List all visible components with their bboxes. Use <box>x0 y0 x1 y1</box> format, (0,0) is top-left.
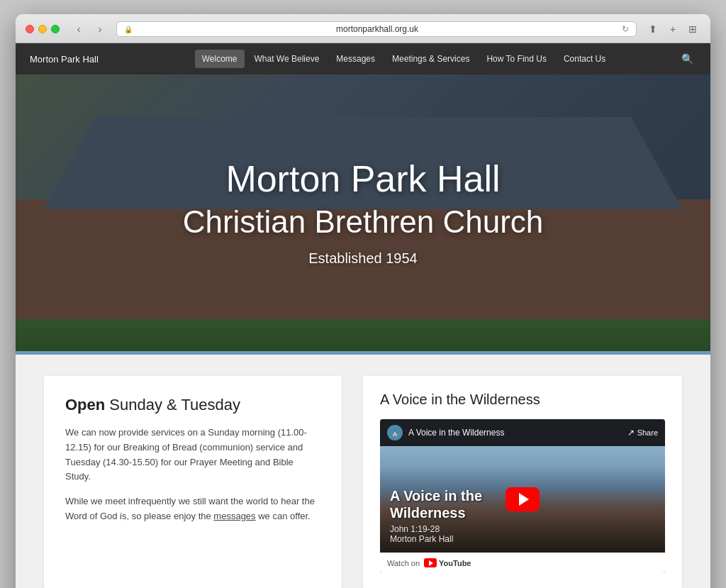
nav-item-meetings[interactable]: Meetings & Services <box>385 50 476 68</box>
tabs-button[interactable]: ⊞ <box>685 21 700 37</box>
nav-links: Welcome What We Believe Messages Meeting… <box>129 50 678 68</box>
nav-link-welcome[interactable]: Welcome <box>195 50 245 68</box>
play-button[interactable] <box>506 487 540 511</box>
share-button[interactable]: ↗ Share <box>627 428 658 438</box>
lock-icon: 🔒 <box>124 26 133 33</box>
hero-established: Established 1954 <box>308 250 417 267</box>
browser-controls: ‹ › <box>71 21 108 37</box>
content-right-panel: A Voice in the Wilderness ⛪ A Voice in t… <box>363 376 682 588</box>
maximize-button[interactable] <box>51 25 60 33</box>
video-thumbnail[interactable]: ⛪ A Voice in the Wilderness ↗ Share <box>380 419 665 573</box>
youtube-logo: YouTube <box>424 558 471 567</box>
nav-item-contact[interactable]: Contact Us <box>557 50 613 68</box>
nav-item-believe[interactable]: What We Believe <box>247 50 327 68</box>
content-left-panel: Open Sunday & Tuesday We can now provide… <box>44 376 342 588</box>
reload-icon[interactable]: ↻ <box>622 24 629 34</box>
address-bar[interactable]: 🔒 mortonparkhall.org.uk ↻ <box>116 21 637 37</box>
minimize-button[interactable] <box>38 25 47 33</box>
nav-link-meetings[interactable]: Meetings & Services <box>385 50 476 68</box>
search-icon[interactable]: 🔍 <box>678 50 696 67</box>
url-text[interactable]: mortonparkhall.org.uk <box>137 24 618 34</box>
channel-name: A Voice in the Wilderness <box>408 428 504 438</box>
video-header: ⛪ A Voice in the Wilderness ↗ Share <box>380 419 665 446</box>
video-footer: Watch on YouTube <box>380 553 665 573</box>
nav-item-find-us[interactable]: How To Find Us <box>479 50 553 68</box>
share-arrow-icon: ↗ <box>627 428 635 438</box>
open-title: Open Sunday & Tuesday <box>65 396 320 414</box>
youtube-icon <box>424 558 437 567</box>
youtube-text: YouTube <box>439 559 471 567</box>
watch-on-label: Watch on <box>387 559 420 567</box>
close-button[interactable] <box>26 25 34 33</box>
website-content: Morton Park Hall Welcome What We Believe… <box>16 43 710 588</box>
hero-title-line1: Morton Park Hall <box>225 159 500 199</box>
video-main-area[interactable]: A Voice in the Wilderness John 1:19-28 M… <box>380 446 665 553</box>
open-days: Sunday & Tuesday <box>109 396 240 414</box>
hero-section: Morton Park Hall Christian Brethren Chur… <box>16 74 710 351</box>
browser-right-controls: ⬆ + ⊞ <box>645 21 700 37</box>
content-section: Open Sunday & Tuesday We can now provide… <box>16 355 710 588</box>
share-button[interactable]: ⬆ <box>645 21 661 37</box>
nav-link-believe[interactable]: What We Believe <box>247 50 327 68</box>
site-logo: Morton Park Hall <box>30 54 129 65</box>
open-bold: Open <box>65 396 105 414</box>
open-para1: We can now provide services on a Sunday … <box>65 426 320 484</box>
forward-button[interactable]: › <box>92 21 108 37</box>
nav-link-find-us[interactable]: How To Find Us <box>479 50 553 68</box>
share-label: Share <box>637 428 658 437</box>
new-tab-button[interactable]: + <box>665 21 681 37</box>
video-header-left: ⛪ A Voice in the Wilderness <box>387 425 504 440</box>
hero-text-block: Morton Park Hall Christian Brethren Chur… <box>16 74 710 351</box>
browser-window: ‹ › 🔒 mortonparkhall.org.uk ↻ ⬆ + ⊞ Mort… <box>16 14 710 588</box>
messages-link[interactable]: messages <box>213 511 255 521</box>
nav-link-contact[interactable]: Contact Us <box>557 50 613 68</box>
nav-link-messages[interactable]: Messages <box>329 50 382 68</box>
traffic-lights <box>26 25 60 33</box>
open-para2-end: we can offer. <box>258 511 310 521</box>
video-section-title: A Voice in the Wilderness <box>380 392 665 408</box>
browser-titlebar: ‹ › 🔒 mortonparkhall.org.uk ↻ ⬆ + ⊞ <box>16 14 710 43</box>
hero-title-line2: Christian Brethren Church <box>183 205 544 239</box>
video-subtitle: John 1:19-28 Morton Park Hall <box>390 524 655 544</box>
nav-item-messages[interactable]: Messages <box>329 50 382 68</box>
site-nav: Morton Park Hall Welcome What We Believe… <box>16 43 710 74</box>
nav-item-welcome[interactable]: Welcome <box>195 50 245 68</box>
channel-icon: ⛪ <box>387 425 403 440</box>
back-button[interactable]: ‹ <box>71 21 86 37</box>
open-para2: While we meet infrequently we still want… <box>65 494 320 524</box>
